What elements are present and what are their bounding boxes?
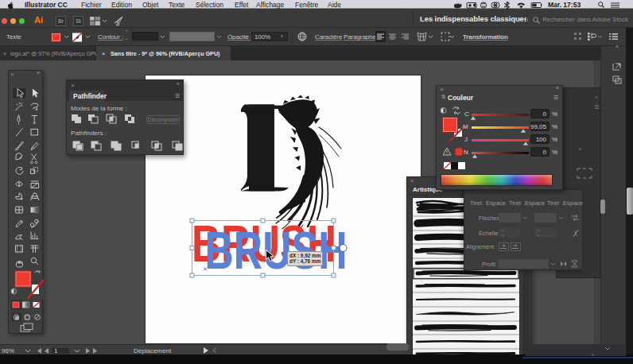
svg-text:BRUSH: BRUSH (205, 220, 348, 280)
